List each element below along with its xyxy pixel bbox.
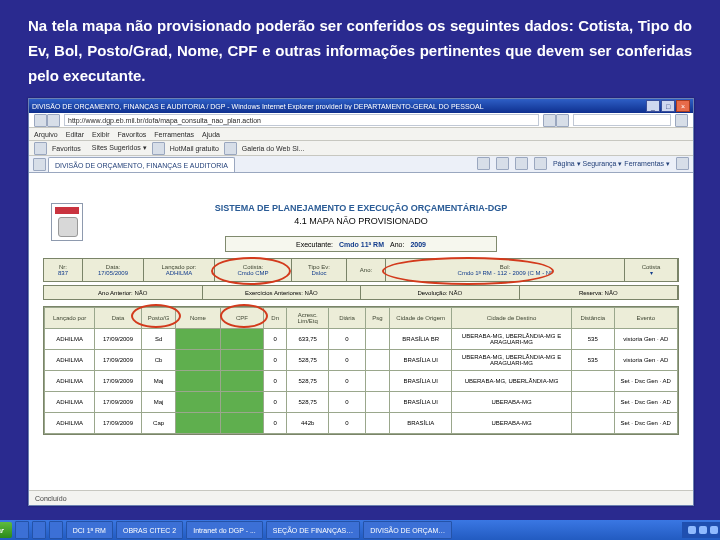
grid-header: Cidade de Destino xyxy=(452,308,572,329)
grid-cell: UBERABA-MG, UBERLÂNDIA-MG E ARAGUARI-MG xyxy=(452,350,572,371)
forward-icon[interactable] xyxy=(47,114,60,127)
grid-cell: 0 xyxy=(329,350,365,371)
maximize-icon[interactable]: □ xyxy=(661,100,675,112)
taskbar-item[interactable]: SEÇÃO DE FINANÇAS… xyxy=(266,521,361,539)
grid-cell: UBERABA-MG xyxy=(452,392,572,413)
grid-cell xyxy=(572,371,614,392)
table-row: ADHILMA17/09/2009Maj0528,750BRASÍLIA UIU… xyxy=(45,371,678,392)
tray-icon[interactable] xyxy=(710,526,718,534)
window-title: DIVISÃO DE ORÇAMENTO, FINANÇAS E AUDITOR… xyxy=(32,103,645,110)
ano2-label: Ano: xyxy=(360,267,372,274)
search-icon[interactable] xyxy=(675,114,688,127)
grid-header: Evento xyxy=(614,308,678,329)
windows-taskbar: Iniciar DCI 1ª RM OBRAS CITEC 2 Intranet… xyxy=(0,520,720,540)
grid-cell: 0 xyxy=(264,371,287,392)
refresh-icon[interactable] xyxy=(543,114,556,127)
page-subtitle: 4.1 MAPA NÃO PROVISIONADO xyxy=(29,216,693,226)
menu-ferramentas[interactable]: Ferramentas xyxy=(154,131,194,138)
back-icon[interactable] xyxy=(34,114,47,127)
lancado-value: ADHILMA xyxy=(166,270,193,277)
data-value: 17/05/2009 xyxy=(98,270,128,277)
grid-cell: 0 xyxy=(329,392,365,413)
table-row: ADHILMA17/09/2009Cap0442b0BRASÍLIAUBERAB… xyxy=(45,413,678,434)
grid-cell: ADHILMA xyxy=(45,329,95,350)
devolucao: Devolução: NÃO xyxy=(361,286,520,299)
table-row: ADHILMA17/09/2009Maj0528,750BRASÍLIA UIU… xyxy=(45,392,678,413)
grid-cell: 0 xyxy=(329,329,365,350)
grid-cell: Maj xyxy=(141,392,176,413)
grid-header: Nome xyxy=(176,308,220,329)
tipoev-value: Dsloc xyxy=(311,270,326,277)
tab-strip: DIVISÃO DE ORÇAMENTO, FINANÇAS E AUDITOR… xyxy=(29,156,693,173)
taskbar-item[interactable] xyxy=(32,521,46,539)
grid-cell: 17/09/2009 xyxy=(95,350,142,371)
minimize-icon[interactable]: _ xyxy=(646,100,660,112)
grid-cell xyxy=(220,371,264,392)
ano-value: 2009 xyxy=(410,241,426,248)
taskbar-item[interactable]: DCI 1ª RM xyxy=(66,521,113,539)
crest-icon xyxy=(51,203,83,241)
table-row: ADHILMA17/09/2009Cb0528,750BRASÍLIA UIUB… xyxy=(45,350,678,371)
tray-icon[interactable] xyxy=(688,526,696,534)
right-tools[interactable]: Página ▾ Segurança ▾ Ferramentas ▾ xyxy=(553,160,670,168)
data-grid: Lançado porDataPosto/GNomeCPFDnAcresc. L… xyxy=(43,306,679,435)
taskbar-item[interactable]: DIVISÃO DE ORÇAM… xyxy=(363,521,452,539)
menu-arquivo[interactable]: Arquivo xyxy=(34,131,58,138)
taskbar-item[interactable]: Intranet do DGP - ... xyxy=(186,521,263,539)
taskbar-item[interactable] xyxy=(49,521,63,539)
fav-item[interactable]: HotMail gratuito xyxy=(170,145,219,152)
grid-cell: 17/09/2009 xyxy=(95,413,142,434)
grid-header: Distância xyxy=(572,308,614,329)
grid-cell: 528,75 xyxy=(287,392,329,413)
menu-editar[interactable]: Editar xyxy=(66,131,84,138)
taskbar-item[interactable]: OBRAS CITEC 2 xyxy=(116,521,183,539)
help-icon[interactable] xyxy=(676,157,689,170)
taskbar-item[interactable] xyxy=(15,521,29,539)
star-icon[interactable] xyxy=(34,142,47,155)
menu-ajuda[interactable]: Ajuda xyxy=(202,131,220,138)
header-row: Nr:837 Data:17/05/2009 Lançado por:ADHIL… xyxy=(43,258,679,282)
mailread-icon[interactable] xyxy=(515,157,528,170)
grid-cell: UBERABA-MG, UBERLÂNDIA-MG E ARAGUARI-MG xyxy=(452,329,572,350)
close-icon[interactable]: × xyxy=(676,100,690,112)
grid-cell xyxy=(176,350,220,371)
print-icon[interactable] xyxy=(534,157,547,170)
gallery-icon[interactable] xyxy=(224,142,237,155)
tray-icon[interactable] xyxy=(699,526,707,534)
ano-anterior: Ano Anterior: NÃO xyxy=(44,286,203,299)
page-icon xyxy=(33,158,46,171)
fav-item[interactable]: Sites Sugeridos ▾ xyxy=(92,144,147,152)
grid-header: Cidade de Origem xyxy=(390,308,452,329)
menu-favoritos[interactable]: Favoritos xyxy=(118,131,147,138)
grid-cell: BRASÍLIA UI xyxy=(390,350,452,371)
home-icon[interactable] xyxy=(477,157,490,170)
grid-cell: Sd xyxy=(141,329,176,350)
grid-cell: 0 xyxy=(264,350,287,371)
grid-cell xyxy=(365,329,390,350)
fav-item[interactable]: Galeria do Web Sl... xyxy=(242,145,305,152)
cotista2-label: Cotista xyxy=(642,264,661,271)
grid-cell: 17/09/2009 xyxy=(95,371,142,392)
table-row: ADHILMA17/09/2009Sd0633,750BRASÍLIA BRUB… xyxy=(45,329,678,350)
intro-paragraph: Na tela mapa não provisionado poderão se… xyxy=(28,14,692,88)
grid-cell: Set · Dsc Gen · AD xyxy=(614,413,678,434)
grid-cell xyxy=(365,350,390,371)
cotista2-value[interactable]: ▾ xyxy=(650,270,653,277)
grid-cell: UBERABA-MG, UBERLÂNDIA-MG xyxy=(452,371,572,392)
start-button[interactable]: Iniciar xyxy=(0,522,12,538)
stop-icon[interactable] xyxy=(556,114,569,127)
feed-icon[interactable] xyxy=(496,157,509,170)
url-field[interactable]: http://www.dgp.eb.mil.br/dofa/mapa_consu… xyxy=(64,114,539,126)
fav-label: Favoritos xyxy=(52,145,81,152)
window-titlebar: DIVISÃO DE ORÇAMENTO, FINANÇAS E AUDITOR… xyxy=(29,99,693,113)
system-tray[interactable]: 14:33 xyxy=(682,522,720,538)
mail-icon[interactable] xyxy=(152,142,165,155)
status-text: Concluído xyxy=(35,495,67,502)
status-bar: Concluído xyxy=(29,490,693,505)
menu-bar: Arquivo Editar Exibir Favoritos Ferramen… xyxy=(29,128,693,141)
grid-cell: BRASÍLIA UI xyxy=(390,371,452,392)
page-content: SISTEMA DE PLANEJAMENTO E EXECUÇÃO ORÇAM… xyxy=(29,197,693,485)
tab-active[interactable]: DIVISÃO DE ORÇAMENTO, FINANÇAS E AUDITOR… xyxy=(48,157,235,172)
menu-exibir[interactable]: Exibir xyxy=(92,131,110,138)
search-field[interactable] xyxy=(573,114,671,126)
